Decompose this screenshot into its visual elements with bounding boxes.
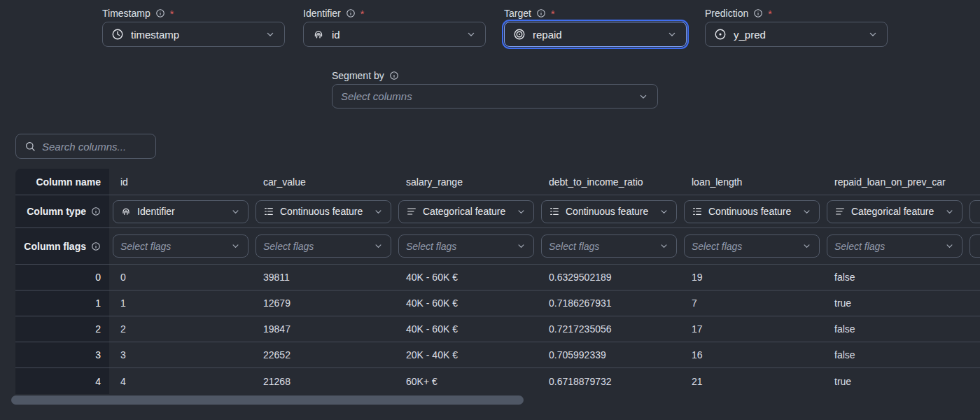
info-icon[interactable] <box>91 241 101 251</box>
required-asterisk: * <box>360 8 364 20</box>
row-index: 3 <box>15 342 109 368</box>
chevron-down-icon <box>867 29 878 40</box>
info-icon[interactable] <box>155 8 165 18</box>
column-type-value: Continuous feature <box>566 206 653 217</box>
column-flags-row-label: Column flags <box>15 228 109 264</box>
table-cell: 0.7217235056 <box>538 316 680 342</box>
prediction-label: Prediction* <box>705 7 888 19</box>
column-flags-select[interactable]: Select flags <box>398 234 534 258</box>
table-cell: false <box>823 342 966 368</box>
target-icon <box>513 28 526 41</box>
text-lines-icon <box>834 206 846 217</box>
column-flags-select[interactable]: Select flags <box>255 234 391 258</box>
timestamp-value: timestamp <box>131 29 258 41</box>
column-flags-select[interactable]: Select flags <box>541 234 677 258</box>
segment-by-select[interactable]: Select columns <box>332 84 658 108</box>
timestamp-field: Timestamp*timestamp <box>102 7 285 47</box>
table-cell: 40K - 60K € <box>395 265 538 290</box>
column-flags-cell: Select flags <box>395 228 538 264</box>
info-icon[interactable] <box>753 8 763 18</box>
info-icon[interactable] <box>536 8 546 18</box>
required-asterisk: * <box>551 8 554 20</box>
column-flags-select[interactable]: Select flags <box>113 234 248 258</box>
column-flags-select[interactable]: Select flags <box>827 234 962 258</box>
column-type-select[interactable]: Continuous feature <box>255 200 391 223</box>
column-type-cell: Categorical feature <box>823 195 966 227</box>
table-cell: 22652 <box>252 342 395 368</box>
info-icon[interactable] <box>389 71 399 80</box>
column-type-row-label: Column type <box>15 195 109 227</box>
info-icon[interactable] <box>346 8 356 18</box>
table-row: 111267940K - 60K €0.71862679317true <box>15 290 980 316</box>
segment-by-label: Segment by <box>332 69 658 81</box>
column-type-select[interactable]: Categorical feature <box>398 200 534 223</box>
identifier-select[interactable]: id <box>303 22 486 47</box>
table-cell: 19 <box>680 265 823 290</box>
timestamp-select[interactable]: timestamp <box>102 22 285 47</box>
column-type-select[interactable] <box>969 200 980 223</box>
target-field: Target*repaid <box>504 7 687 47</box>
table-cell: 0.7186267931 <box>538 290 680 316</box>
identifier-value: id <box>332 29 458 41</box>
column-type-cell: Continuous feature <box>680 195 823 227</box>
column-flags-cell: Select flags <box>538 228 680 264</box>
fingerprint-icon <box>312 28 325 41</box>
table-cell: 17 <box>680 316 823 342</box>
table-cell: 60K+ € <box>395 368 538 394</box>
column-type-cell <box>966 195 980 227</box>
table-cell: 40K - 60K € <box>395 316 538 342</box>
column-type-value: Categorical feature <box>851 206 939 217</box>
table-cell: 0.6718879732 <box>538 368 680 394</box>
column-flags-select[interactable]: Select flags <box>684 234 820 258</box>
column-type-select[interactable]: Categorical feature <box>827 200 962 223</box>
table-cell: 0 <box>109 265 252 290</box>
table-cell: 40K - 60K € <box>395 290 538 316</box>
chevron-down-icon <box>659 206 669 217</box>
column-type-select[interactable]: Continuous feature <box>541 200 677 223</box>
list-ordered-icon <box>692 206 703 217</box>
clock-icon <box>111 28 124 41</box>
column-flags-placeholder: Select flags <box>263 241 368 252</box>
column-header: debt_to_income_ratio <box>538 169 680 195</box>
column-type-select[interactable]: Continuous feature <box>684 200 820 223</box>
column-type-value: Continuous feature <box>280 206 368 217</box>
prediction-select[interactable]: y_pred <box>705 22 888 47</box>
column-flags-placeholder: Select flags <box>834 241 939 252</box>
table-row: 003981140K - 60K €0.632950218919false <box>15 265 980 290</box>
column-flags-placeholder: Select flags <box>692 241 796 252</box>
table-row: 332265220K - 40K €0.70599233916false <box>15 342 980 368</box>
column-name-row: Column name idcar_valuesalary_rangedebt_… <box>15 169 980 195</box>
fingerprint-icon <box>120 206 132 217</box>
table-row: 221984740K - 60K €0.721723505617false <box>15 316 980 342</box>
segment-by-label-text: Segment by <box>332 70 384 81</box>
row-index: 1 <box>15 290 109 316</box>
column-header: id <box>109 169 252 195</box>
column-type-cell: Categorical feature <box>395 195 538 227</box>
table-cell: 20K - 40K € <box>395 342 538 368</box>
prediction-icon <box>714 28 727 41</box>
column-flags-row: Column flags Select flagsSelect flagsSel… <box>15 228 980 265</box>
column-header: salary_range <box>395 169 538 195</box>
table-cell: 3 <box>109 342 252 368</box>
column-header: repaid_loan_on_prev_car <box>823 169 966 195</box>
table-cell: 0.705992339 <box>538 342 680 368</box>
column-type-select[interactable]: Identifier <box>113 200 248 223</box>
segment-by-placeholder: Select columns <box>341 90 631 102</box>
search-input[interactable]: Search columns... <box>15 134 156 159</box>
info-icon[interactable] <box>91 206 101 216</box>
column-type-value: Categorical feature <box>423 206 510 217</box>
list-ordered-icon <box>263 206 274 217</box>
table-cell: 0.6329502189 <box>538 265 680 290</box>
horizontal-scrollbar[interactable] <box>11 396 524 405</box>
target-select[interactable]: repaid <box>504 22 687 47</box>
column-flags-cell: Select flags <box>252 228 395 264</box>
column-flags-select[interactable] <box>969 234 980 258</box>
table-cell: 39811 <box>252 265 395 290</box>
column-type-cell: Continuous feature <box>538 195 680 227</box>
table-cell: false <box>823 316 966 342</box>
chevron-down-icon <box>230 206 241 217</box>
chevron-down-icon <box>373 241 384 251</box>
chevron-down-icon <box>666 29 678 40</box>
chevron-down-icon <box>659 241 669 251</box>
column-flags-cell <box>966 228 980 264</box>
